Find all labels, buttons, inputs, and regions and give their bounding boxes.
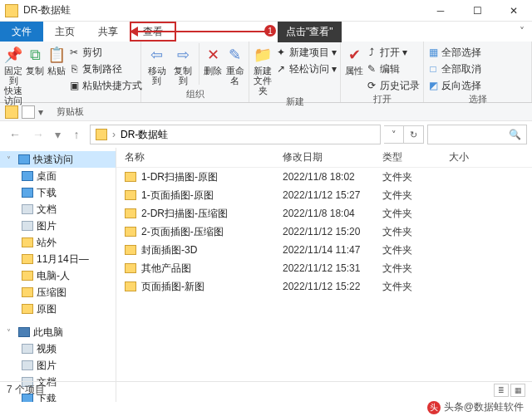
open-button[interactable]: ⤴打开 ▾	[366, 45, 420, 60]
file-name: 其他产品图	[141, 262, 191, 276]
col-type[interactable]: 类型	[374, 150, 441, 164]
invert-button[interactable]: ◩反向选择	[427, 78, 481, 93]
sidebar-item[interactable]: 原图	[0, 301, 116, 317]
sidebar-item[interactable]: 站外	[0, 234, 116, 251]
qat-button[interactable]	[22, 105, 35, 119]
copypath-button[interactable]: ⎘复制路径	[68, 61, 142, 76]
sidebar-item[interactable]: 电脑-人	[0, 267, 116, 284]
sidebar-item-pictures[interactable]: 图片	[0, 218, 116, 234]
breadcrumb-sep: ›	[112, 129, 116, 140]
newitem-button[interactable]: ✦新建项目 ▾	[275, 45, 337, 60]
sidebar-item-pictures2[interactable]: 图片	[0, 357, 116, 374]
view-icons-button[interactable]: ▦	[510, 384, 525, 397]
search-input[interactable]: 🔍	[427, 125, 527, 144]
sidebar-thispc[interactable]: ˅此电脑	[0, 324, 116, 340]
maximize-button[interactable]: ☐	[459, 0, 495, 22]
selectnone-icon: □	[427, 63, 439, 75]
address-bar[interactable]: › DR-数据蛙	[90, 125, 381, 144]
cut-button[interactable]: ✂剪切	[68, 45, 142, 60]
forward-button[interactable]: →	[28, 125, 48, 144]
desktop-icon	[22, 171, 33, 181]
ribbon-collapse-icon[interactable]: ˅	[512, 22, 532, 42]
file-row[interactable]: 1-DR扫描图-原图2022/11/8 18:02文件夹	[116, 168, 532, 186]
sidebar-quickaccess[interactable]: ˅快速访问	[0, 151, 116, 168]
recent-dropdown[interactable]: ▾	[52, 125, 63, 144]
minimize-button[interactable]: ─	[422, 0, 459, 22]
copy-icon: ⧉	[25, 45, 45, 65]
view-details-button[interactable]: ≣	[494, 384, 509, 397]
annotation-badge: 1	[264, 25, 276, 37]
folder-icon	[22, 287, 33, 297]
address-dropdown[interactable]: ˅	[384, 125, 404, 144]
file-list-pane: 名称 修改日期 类型 大小 1-DR扫描图-原图2022/11/8 18:02文…	[116, 148, 532, 402]
folder-icon	[125, 263, 136, 273]
rename-button[interactable]: ✎重命名	[225, 43, 245, 86]
copy-button[interactable]: ⧉ 复制	[25, 43, 45, 76]
up-button[interactable]: ↑	[66, 125, 86, 144]
copyto-button[interactable]: ⇨复制到	[171, 43, 196, 86]
file-type: 文件夹	[374, 262, 441, 276]
pic-icon	[22, 360, 33, 370]
file-name: 2-DR扫描图-压缩图	[141, 207, 228, 221]
window-title: DR-数据蛙	[23, 3, 422, 17]
watermark-text: 头条@数据蛙软件	[444, 400, 524, 414]
doc-icon	[22, 204, 33, 214]
col-name[interactable]: 名称	[116, 150, 274, 164]
easyaccess-button[interactable]: ↗轻松访问 ▾	[275, 61, 337, 76]
qat-folder-icon[interactable]	[5, 105, 18, 119]
close-button[interactable]: ✕	[495, 0, 532, 22]
selectall-button[interactable]: ▦全部选择	[427, 45, 481, 60]
properties-icon: ✔	[344, 45, 364, 65]
folder-icon	[125, 172, 136, 182]
tab-home[interactable]: 主页	[43, 22, 86, 42]
invert-icon: ◩	[427, 80, 439, 91]
file-type: 文件夹	[374, 243, 441, 257]
file-row[interactable]: 2-DR扫描图-压缩图2022/11/8 18:04文件夹	[116, 204, 532, 223]
back-button[interactable]: ←	[5, 125, 25, 144]
sidebar-item-downloads[interactable]: 下载	[0, 184, 116, 201]
moveto-button[interactable]: ⇦移动到	[145, 43, 170, 86]
breadcrumb-root[interactable]: DR-数据蛙	[121, 128, 168, 142]
pic-icon	[22, 221, 33, 231]
history-button[interactable]: ⟳历史记录	[366, 78, 420, 93]
newfolder-icon: 📁	[253, 45, 273, 65]
file-date: 2022/11/12 15:22	[274, 281, 374, 292]
col-size[interactable]: 大小	[441, 150, 490, 164]
sidebar-item-desktop[interactable]: 桌面	[0, 168, 116, 184]
sidebar-item[interactable]: 11月14日—	[0, 251, 116, 267]
file-row[interactable]: 封面插图-3D2022/11/14 11:47文件夹	[116, 241, 532, 259]
refresh-button[interactable]: ↻	[404, 125, 424, 144]
selectnone-button[interactable]: □全部取消	[427, 61, 481, 76]
folder-icon	[125, 227, 136, 237]
paste-button[interactable]: 📋 粘贴	[47, 43, 66, 76]
file-row[interactable]: 其他产品图2022/11/12 15:31文件夹	[116, 259, 532, 277]
title-bar: DR-数据蛙 ─ ☐ ✕	[0, 0, 532, 22]
sidebar-item[interactable]: 压缩图	[0, 284, 116, 301]
folder-icon	[125, 208, 136, 218]
tab-file[interactable]: 文件	[0, 22, 43, 42]
annotation-arrow	[133, 31, 273, 32]
col-date[interactable]: 修改日期	[274, 150, 374, 164]
file-row[interactable]: 页面插图-新图2022/11/12 15:22文件夹	[116, 277, 532, 296]
sidebar-item-videos[interactable]: 视频	[0, 340, 116, 357]
group-new-label: 新建	[253, 95, 337, 110]
annotation-tooltip: 点击"查看"	[278, 22, 342, 42]
shortcut-icon: ▣	[68, 80, 80, 91]
file-row[interactable]: 2-页面插图-压缩图2022/11/12 15:20文件夹	[116, 223, 532, 241]
paste-shortcut-button[interactable]: ▣粘贴快捷方式	[68, 78, 142, 93]
newfolder-button[interactable]: 📁新建 文件夹	[253, 43, 273, 95]
file-name: 封面插图-3D	[141, 243, 197, 257]
delete-button[interactable]: ✕删除	[203, 43, 223, 76]
status-bar: 7 个项目 ≣ ▦	[0, 381, 532, 398]
file-type: 文件夹	[374, 188, 441, 203]
sidebar-item-documents[interactable]: 文档	[0, 201, 116, 218]
file-name: 1-DR扫描图-原图	[141, 170, 218, 184]
folder-icon	[125, 190, 136, 200]
properties-button[interactable]: ✔属性	[344, 43, 364, 76]
folder-icon	[22, 237, 33, 247]
group-select-label: 选择	[427, 93, 528, 107]
pin-quickaccess-button[interactable]: 📌 固定到 快速访问	[3, 43, 23, 105]
edit-button[interactable]: ✎编辑	[366, 61, 420, 76]
tab-share[interactable]: 共享	[86, 22, 130, 42]
file-row[interactable]: 1-页面插图-原图2022/11/12 15:27文件夹	[116, 186, 532, 204]
